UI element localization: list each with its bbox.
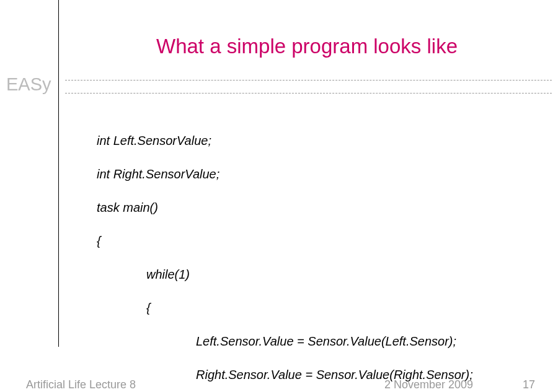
code-line: { xyxy=(97,233,473,250)
slide-title: What a simple program looks like xyxy=(156,35,458,58)
code-line: int Right.SensorValue; xyxy=(97,166,473,183)
footer-date: 2 November 2009 xyxy=(384,378,473,391)
horizontal-rule-bottom xyxy=(65,93,552,94)
footer-lecture: Artificial Life Lecture 8 xyxy=(26,378,136,391)
code-line: while(1) xyxy=(97,266,473,283)
code-line: int Left.SensorValue; xyxy=(97,133,473,149)
horizontal-rule-top xyxy=(65,80,552,81)
brand-label: EASy xyxy=(6,74,51,95)
footer-page: 17 xyxy=(523,378,535,391)
code-block: int Left.SensorValue; int Right.SensorVa… xyxy=(97,116,473,392)
code-line: Left.Sensor.Value = Sensor.Value(Left.Se… xyxy=(97,333,473,350)
vertical-rule xyxy=(58,0,59,347)
code-line: task main() xyxy=(97,199,473,216)
code-line: { xyxy=(97,300,473,316)
